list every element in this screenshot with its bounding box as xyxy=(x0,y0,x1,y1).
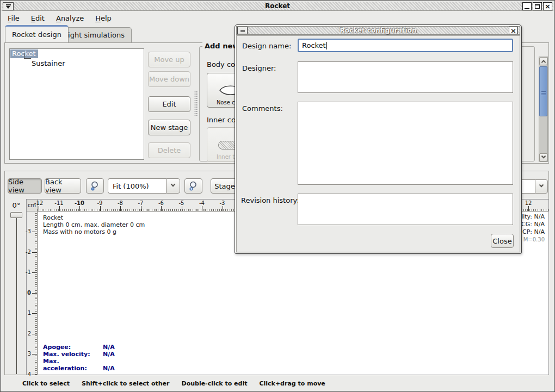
flight-stats: Apogee:N/A Max. velocity:N/A Max. accele… xyxy=(43,344,115,372)
h-ruler-label: -6 xyxy=(158,200,164,206)
v-ruler-label: 3 xyxy=(28,351,31,357)
zoom-level-value[interactable]: Fit (100%) xyxy=(108,178,166,194)
comments-textarea[interactable] xyxy=(298,102,513,185)
h-ruler-tick xyxy=(141,206,141,211)
zoom-out-button[interactable] xyxy=(86,178,104,194)
h-ruler-label: -3 xyxy=(220,200,225,206)
menu-help[interactable]: Help xyxy=(95,14,112,22)
v-ruler: -3-2-101234 xyxy=(27,211,38,375)
zoom-combo-arrow-button[interactable] xyxy=(166,178,180,194)
move-up-button[interactable]: Move up xyxy=(148,52,190,67)
h-ruler-label: -8 xyxy=(118,200,123,206)
menu-edit-mnemonic: E xyxy=(31,14,35,22)
zoom-level-combo[interactable]: Fit (100%) xyxy=(108,178,180,194)
h-ruler-label: -5 xyxy=(179,200,184,206)
dialog-close-button[interactable]: × xyxy=(509,27,518,34)
stat-max-acceleration-label: Max. acceleration: xyxy=(43,358,103,372)
maximize-button[interactable] xyxy=(533,2,542,10)
stat-max-acceleration: Max. acceleration:N/A xyxy=(43,358,115,372)
h-ruler-label: -4 xyxy=(199,200,205,206)
minimize-button[interactable] xyxy=(522,2,532,10)
v-ruler-tick xyxy=(32,354,37,354)
cp-label: CP: xyxy=(522,228,532,235)
v-ruler-tick xyxy=(32,313,37,314)
stat-apogee-value: N/A xyxy=(103,344,115,351)
rotation-slider-track[interactable] xyxy=(16,214,17,374)
menu-edit-rest: dit xyxy=(35,14,45,22)
v-ruler-label: -1 xyxy=(26,269,31,275)
h-ruler-tick xyxy=(182,206,182,211)
chevron-down-icon xyxy=(539,183,544,187)
scroll-down-button[interactable] xyxy=(539,153,547,161)
rotation-angle-value: 0° xyxy=(8,200,24,210)
delete-button[interactable]: Delete xyxy=(148,142,190,158)
add-new-scrollbar[interactable] xyxy=(539,57,548,162)
design-name-input[interactable]: Rocket xyxy=(298,39,513,52)
menu-analyze-rest: nalyze xyxy=(61,14,84,22)
close-button[interactable]: × xyxy=(543,2,552,10)
stat-max-velocity: Max. velocity:N/A xyxy=(43,351,115,358)
edit-button[interactable]: Edit xyxy=(148,96,190,112)
stat-apogee: Apogee:N/A xyxy=(43,344,115,351)
tab-rocket-design[interactable]: Rocket design xyxy=(5,25,69,42)
menu-bar: File Edit Analyze Help xyxy=(2,11,553,24)
scrollbar-thumb[interactable] xyxy=(539,66,547,116)
h-ruler-label: -9 xyxy=(97,200,103,206)
revision-history-textarea[interactable] xyxy=(298,194,513,225)
tab-rocket-design-label: Rocket design xyxy=(12,30,61,39)
zoom-in-button[interactable] xyxy=(184,178,202,194)
rocket-configuration-dialog: Rocket configuration × Design name: Rock… xyxy=(235,24,522,254)
menu-edit[interactable]: Edit xyxy=(31,14,45,22)
window-titlebar[interactable]: Rocket × xyxy=(2,2,553,11)
splitter-drag-handle[interactable] xyxy=(194,91,198,116)
h-ruler-tick xyxy=(202,206,202,211)
v-ruler-label: 4 xyxy=(28,371,31,377)
stat-max-acceleration-value: N/A xyxy=(103,365,115,372)
stage-combo-arrow-button[interactable] xyxy=(535,179,548,194)
dialog-title: Rocket configuration xyxy=(237,27,520,34)
h-ruler-label: -11 xyxy=(54,200,63,206)
move-down-button[interactable]: Move down xyxy=(148,71,190,87)
side-view-button[interactable]: Side view xyxy=(8,178,42,194)
v-ruler-label: 0 xyxy=(27,289,31,295)
hint-shift-click: Shift+click to select other xyxy=(82,380,170,387)
chevron-up-icon xyxy=(541,60,545,64)
menu-analyze[interactable]: Analyze xyxy=(56,14,84,22)
application-window: Rocket × File Edit Analyze Help Rocket d… xyxy=(0,0,555,392)
menu-file[interactable]: File xyxy=(8,14,20,22)
v-ruler-tick xyxy=(32,293,37,294)
new-stage-button[interactable]: New stage xyxy=(148,120,190,135)
chevron-down-icon xyxy=(541,153,545,158)
hint-double-click: Double-click to edit xyxy=(182,380,248,387)
tree-elbow-connector xyxy=(24,53,31,59)
menu-file-rest: ile xyxy=(11,14,20,22)
close-icon: × xyxy=(510,28,516,34)
dialog-titlebar[interactable]: Rocket configuration × xyxy=(236,26,520,35)
tab-flight-simulations-label: Flight simulations xyxy=(62,31,125,39)
scroll-up-button[interactable] xyxy=(539,57,547,65)
hint-click-drag: Click+drag to move xyxy=(259,380,325,387)
v-ruler-label: -3 xyxy=(26,228,31,234)
menu-analyze-mnemonic: A xyxy=(56,14,61,22)
h-ruler-tick xyxy=(161,206,162,211)
chevron-down-icon xyxy=(171,182,175,186)
tree-item-sustainer[interactable]: Sustainer xyxy=(32,59,65,67)
h-ruler-tick xyxy=(528,206,529,211)
v-ruler-tick xyxy=(32,375,37,375)
component-tree[interactable]: Rocket Sustainer xyxy=(9,48,144,160)
v-ruler-tick xyxy=(32,232,37,232)
rotation-slider-handle[interactable] xyxy=(10,212,22,218)
back-view-button[interactable]: Back view xyxy=(45,178,81,194)
hint-click-select: Click to select xyxy=(22,380,70,387)
designer-textarea[interactable] xyxy=(298,61,513,93)
maximize-icon xyxy=(535,4,540,9)
cg-value: N/A xyxy=(534,221,545,228)
v-ruler-label: 2 xyxy=(28,330,31,336)
h-ruler-label: 12 xyxy=(525,200,532,206)
designer-label: Designer: xyxy=(242,64,276,72)
dialog-close-action-button[interactable]: Close xyxy=(491,234,514,248)
rocket-info-line-1: Rocket xyxy=(43,214,145,221)
window-title: Rocket xyxy=(2,2,553,10)
design-name-label: Design name: xyxy=(242,42,291,50)
comments-label: Comments: xyxy=(242,104,283,113)
